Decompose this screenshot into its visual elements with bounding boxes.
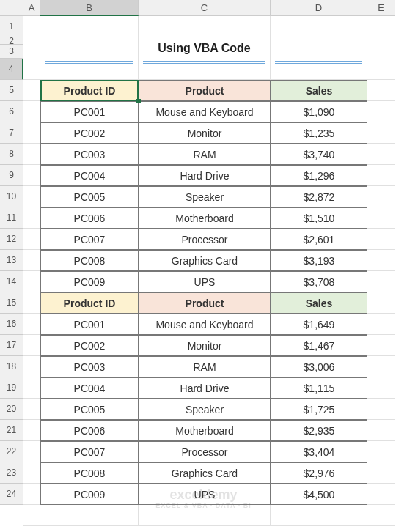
table-row[interactable]: PC002Monitor$1,467	[23, 335, 395, 356]
cell-id[interactable]: PC002	[40, 335, 139, 356]
row-header-6[interactable]: 6	[0, 101, 23, 122]
table-row[interactable]: PC006Motherboard$2,935	[23, 420, 395, 441]
cell-sales[interactable]: $3,006	[271, 356, 367, 377]
table-header-id[interactable]: Product ID	[40, 292, 139, 314]
cell-sales[interactable]: $1,296	[271, 165, 367, 186]
cell-sales[interactable]: $1,235	[271, 122, 367, 144]
cell-id[interactable]: PC006	[40, 420, 139, 441]
cell-product[interactable]: Mouse and Keyboard	[139, 314, 271, 335]
cell-id[interactable]: PC008	[40, 250, 139, 271]
table-row[interactable]: PC008Graphics Card$3,193	[23, 250, 395, 271]
cell-id[interactable]: PC001	[40, 314, 139, 335]
cell-sales[interactable]: $3,404	[271, 441, 367, 462]
select-all-corner[interactable]	[0, 0, 23, 16]
row-header-10[interactable]: 10	[0, 186, 23, 207]
cell-sales[interactable]: $3,740	[271, 144, 367, 165]
table-row[interactable]: PC002Monitor$1,235	[23, 122, 395, 144]
row-header-3[interactable]: 3	[0, 45, 23, 59]
row-header-15[interactable]: 15	[0, 292, 23, 314]
row-header-20[interactable]: 20	[0, 399, 23, 420]
table-header-sales[interactable]: Sales	[271, 80, 367, 101]
cell-sales[interactable]: $1,649	[271, 314, 367, 335]
cell-product[interactable]: Speaker	[139, 399, 271, 420]
cell-sales[interactable]: $3,708	[271, 271, 367, 292]
table-row[interactable]: PC006Motherboard$1,510	[23, 207, 395, 229]
cell-product[interactable]: Speaker	[139, 186, 271, 207]
table-header-product[interactable]: Product	[139, 80, 271, 101]
cell-id[interactable]: PC006	[40, 207, 139, 229]
row-header-19[interactable]: 19	[0, 377, 23, 399]
cell-sales[interactable]: $1,467	[271, 335, 367, 356]
table-header-sales[interactable]: Sales	[271, 292, 367, 314]
table-row[interactable]: PC004Hard Drive$1,115	[23, 377, 395, 399]
cell-id[interactable]: PC009	[40, 271, 139, 292]
row-header-21[interactable]: 21	[0, 420, 23, 441]
table-row[interactable]: PC003RAM$3,740	[23, 144, 395, 165]
cell-id[interactable]: PC007	[40, 229, 139, 250]
cell-sales[interactable]: $4,500	[271, 484, 367, 505]
cell-sales[interactable]: $3,193	[271, 250, 367, 271]
row-header-18[interactable]: 18	[0, 356, 23, 377]
cell-id[interactable]: PC003	[40, 144, 139, 165]
table-row[interactable]: PC009UPS$3,708	[23, 271, 395, 292]
row-header-13[interactable]: 13	[0, 250, 23, 271]
table-row[interactable]: PC001Mouse and Keyboard$1,649	[23, 314, 395, 335]
row-header-4[interactable]: 4	[0, 59, 23, 80]
cell-product[interactable]: Graphics Card	[139, 462, 271, 484]
row-header-23[interactable]: 23	[0, 462, 23, 484]
cell-sales[interactable]: $1,510	[271, 207, 367, 229]
row-header-7[interactable]: 7	[0, 122, 23, 144]
cell-sales[interactable]: $2,976	[271, 462, 367, 484]
table-header-id[interactable]: Product ID	[40, 80, 139, 101]
table-row[interactable]: PC005Speaker$2,872	[23, 186, 395, 207]
cell-product[interactable]: Processor	[139, 441, 271, 462]
row-header-16[interactable]: 16	[0, 314, 23, 335]
row-header-22[interactable]: 22	[0, 441, 23, 462]
row-header-9[interactable]: 9	[0, 165, 23, 186]
cell-id[interactable]: PC003	[40, 356, 139, 377]
table-row[interactable]: PC004Hard Drive$1,296	[23, 165, 395, 186]
row-header-1[interactable]: 1	[0, 16, 23, 37]
table-row[interactable]: PC005Speaker$1,725	[23, 399, 395, 420]
cell-product[interactable]: Hard Drive	[139, 165, 271, 186]
row-header-8[interactable]: 8	[0, 144, 23, 165]
row-header-12[interactable]: 12	[0, 229, 23, 250]
cell-product[interactable]: Monitor	[139, 335, 271, 356]
cell-id[interactable]: PC009	[40, 484, 139, 505]
cell-sales[interactable]: $2,872	[271, 186, 367, 207]
cell-product[interactable]: RAM	[139, 356, 271, 377]
cell-grid[interactable]: Using VBA Code Product IDProductSales PC…	[23, 16, 395, 526]
cell-product[interactable]: Processor	[139, 229, 271, 250]
col-header-e[interactable]: E	[367, 0, 395, 16]
cell-product[interactable]: Motherboard	[139, 420, 271, 441]
cell-product[interactable]: Motherboard	[139, 207, 271, 229]
cell-id[interactable]: PC004	[40, 165, 139, 186]
col-header-c[interactable]: C	[139, 0, 271, 16]
table-row[interactable]: PC008Graphics Card$2,976	[23, 462, 395, 484]
row-header-11[interactable]: 11	[0, 207, 23, 229]
cell-id[interactable]: PC001	[40, 101, 139, 122]
col-header-a[interactable]: A	[23, 0, 40, 16]
row-header-14[interactable]: 14	[0, 271, 23, 292]
cell-product[interactable]: UPS	[139, 271, 271, 292]
table-row[interactable]: PC007Processor$3,404	[23, 441, 395, 462]
cell-id[interactable]: PC004	[40, 377, 139, 399]
table-header-product[interactable]: Product	[139, 292, 271, 314]
cell-product[interactable]: Monitor	[139, 122, 271, 144]
row-header-2[interactable]: 2	[0, 37, 23, 45]
cell-id[interactable]: PC008	[40, 462, 139, 484]
cell-sales[interactable]: $2,601	[271, 229, 367, 250]
cell-product[interactable]: RAM	[139, 144, 271, 165]
col-header-d[interactable]: D	[271, 0, 367, 16]
row-header-5[interactable]: 5	[0, 80, 23, 101]
cell-sales[interactable]: $2,935	[271, 420, 367, 441]
cell-sales[interactable]: $1,090	[271, 101, 367, 122]
row-header-24[interactable]: 24	[0, 484, 23, 505]
cell-id[interactable]: PC005	[40, 399, 139, 420]
cell-product[interactable]: Hard Drive	[139, 377, 271, 399]
cell-id[interactable]: PC007	[40, 441, 139, 462]
cell-sales[interactable]: $1,115	[271, 377, 367, 399]
cell-id[interactable]: PC002	[40, 122, 139, 144]
cell-product[interactable]: Mouse and Keyboard	[139, 101, 271, 122]
cell-id[interactable]: PC005	[40, 186, 139, 207]
